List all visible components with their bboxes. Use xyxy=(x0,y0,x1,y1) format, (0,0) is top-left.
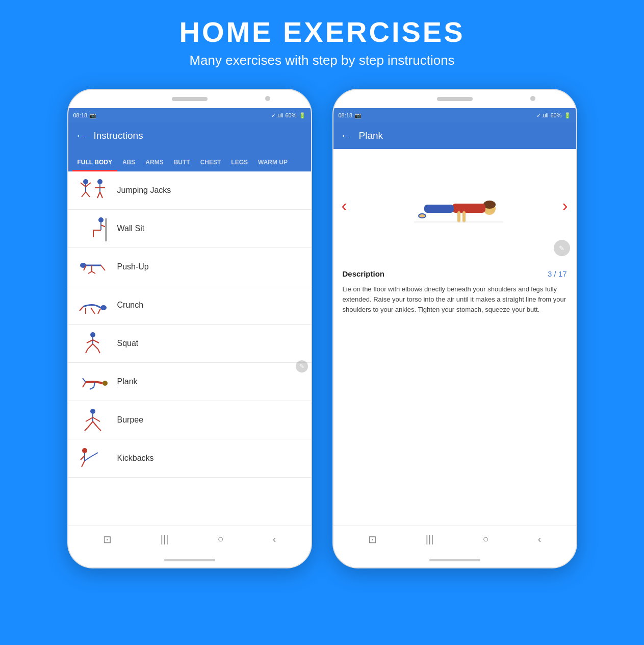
svg-line-46 xyxy=(93,417,100,421)
exercise-name-wall-sit: Wall Sit xyxy=(117,224,145,233)
nav-bar-right: ← Plank xyxy=(333,122,576,149)
svg-point-64 xyxy=(419,214,425,217)
svg-line-5 xyxy=(86,192,90,197)
camera-icon-left: 📷 xyxy=(89,112,96,119)
tab-chest[interactable]: CHEST xyxy=(195,154,226,171)
phone-top-bar-left xyxy=(68,90,311,108)
bottom-nav-back-left[interactable]: ‹ xyxy=(273,533,276,545)
svg-line-37 xyxy=(98,349,100,353)
thumb-plank xyxy=(75,369,110,394)
status-left: 08:18 📷 xyxy=(73,112,97,119)
phone-speaker-left xyxy=(172,97,208,101)
phone-screen-right: 08:18 📷 ✓.ull 60% 🔋 ← Plank ‹ xyxy=(333,108,576,552)
time-left: 08:18 xyxy=(73,112,88,118)
home-indicator-left xyxy=(164,559,215,561)
thumb-crunch xyxy=(75,292,110,318)
svg-line-39 xyxy=(83,382,86,387)
phone-bottom-left xyxy=(68,552,311,567)
bottom-nav-menu-left[interactable]: ||| xyxy=(161,533,169,545)
exercise-name-crunch: Crunch xyxy=(117,301,144,310)
description-section: Description 3 / 17 Lie on the floor with… xyxy=(333,261,576,526)
thumb-wall-sit xyxy=(75,216,110,241)
svg-line-34 xyxy=(88,344,93,349)
exercise-name-plank: Plank xyxy=(117,377,138,386)
svg-line-23 xyxy=(88,271,92,274)
back-button-left[interactable]: ← xyxy=(75,129,87,142)
phone-speaker-right xyxy=(437,97,473,101)
svg-line-24 xyxy=(92,271,95,274)
phone-right: 08:18 📷 ✓.ull 60% 🔋 ← Plank ‹ xyxy=(332,89,577,568)
svg-line-40 xyxy=(83,378,86,382)
tab-arms[interactable]: ARMS xyxy=(140,154,168,171)
exercise-name-kickbacks: Kickbacks xyxy=(117,454,154,463)
description-header: Description 3 / 17 xyxy=(343,269,567,278)
battery-right: 60% xyxy=(550,112,561,118)
bottom-nav-menu-right[interactable]: ||| xyxy=(426,533,434,545)
scroll-indicator-left: ✎ xyxy=(296,360,308,373)
edit-button-right[interactable]: ✎ xyxy=(554,240,570,256)
svg-point-38 xyxy=(102,381,108,386)
svg-line-47 xyxy=(88,421,93,428)
tab-warmup[interactable]: WARM UP xyxy=(253,154,293,171)
thumb-push-up xyxy=(75,254,110,280)
svg-line-36 xyxy=(86,349,88,353)
svg-line-50 xyxy=(98,428,101,431)
exercise-item-push-up[interactable]: Push-Up xyxy=(68,248,311,286)
time-right: 08:18 xyxy=(339,112,353,118)
tab-bar-left[interactable]: FULL BODY ABS ARMS BUTT CHEST LEGS WARM … xyxy=(68,149,311,171)
charging-icon-left: 🔋 xyxy=(299,112,306,119)
svg-line-20 xyxy=(101,265,105,270)
tab-butt[interactable]: BUTT xyxy=(169,154,195,171)
svg-line-49 xyxy=(85,428,88,431)
thumb-jumping-jacks xyxy=(75,178,110,203)
svg-line-48 xyxy=(93,421,98,428)
svg-line-41 xyxy=(94,382,95,387)
svg-line-54 xyxy=(82,461,85,467)
prev-arrow[interactable]: ‹ xyxy=(342,195,347,215)
nav-bar-left: ← Instructions xyxy=(68,122,311,149)
exercise-item-kickbacks[interactable]: Kickbacks xyxy=(68,439,311,478)
exercise-item-wall-sit[interactable]: Wall Sit xyxy=(68,210,311,248)
description-label: Description xyxy=(343,269,385,278)
svg-line-28 xyxy=(91,308,95,314)
nav-title-right: Plank xyxy=(359,130,383,141)
exercise-name-push-up: Push-Up xyxy=(117,262,149,271)
thumb-burpee xyxy=(75,407,110,433)
exercise-item-burpee[interactable]: Burpee xyxy=(68,401,311,439)
bottom-nav-back-right[interactable]: ‹ xyxy=(538,533,542,545)
svg-point-0 xyxy=(83,179,88,184)
svg-rect-62 xyxy=(424,205,454,213)
phone-top-bar-right xyxy=(333,90,576,108)
tab-full-body[interactable]: FULL BODY xyxy=(72,154,117,171)
exercise-name-burpee: Burpee xyxy=(117,415,144,425)
phone-screen-left: 08:18 📷 ✓.ull 60% 🔋 ← Instructions FULL … xyxy=(68,108,311,552)
svg-point-43 xyxy=(90,409,95,414)
bottom-nav-home-right[interactable]: ○ xyxy=(482,533,488,545)
back-button-right[interactable]: ← xyxy=(341,129,352,142)
phones-container: 08:18 📷 ✓.ull 60% 🔋 ← Instructions FULL … xyxy=(67,89,577,568)
tab-legs[interactable]: LEGS xyxy=(226,154,253,171)
exercise-item-plank[interactable]: Plank xyxy=(68,363,311,401)
description-count: 3 / 17 xyxy=(548,269,567,278)
bottom-nav-recent-left[interactable]: ⊡ xyxy=(103,533,112,545)
page-title: HOME EXERCISES xyxy=(179,15,465,48)
signal-right: ✓.ull xyxy=(536,112,548,119)
status-left-right: 08:18 📷 xyxy=(339,112,362,119)
next-arrow[interactable]: › xyxy=(562,195,568,215)
bottom-nav-recent-right[interactable]: ⊡ xyxy=(368,533,377,545)
svg-line-35 xyxy=(93,344,98,349)
tab-abs[interactable]: ABS xyxy=(117,154,140,171)
exercise-item-crunch[interactable]: Crunch xyxy=(68,286,311,325)
exercise-item-squat[interactable]: Squat xyxy=(68,325,311,363)
status-bar-left: 08:18 📷 ✓.ull 60% 🔋 xyxy=(68,108,311,122)
page-subtitle: Many exercises with step by step instruc… xyxy=(179,53,465,68)
phone-camera-left xyxy=(265,96,270,101)
svg-rect-17 xyxy=(105,218,107,241)
exercise-item-jumping-jacks[interactable]: Jumping Jacks xyxy=(68,171,311,210)
svg-point-51 xyxy=(82,448,87,453)
camera-icon-right: 📷 xyxy=(354,112,362,119)
bottom-nav-home-left[interactable]: ○ xyxy=(217,533,223,545)
home-indicator-right xyxy=(429,559,480,561)
svg-point-25 xyxy=(100,305,107,310)
bottom-nav-left: ⊡ ||| ○ ‹ xyxy=(68,526,311,552)
